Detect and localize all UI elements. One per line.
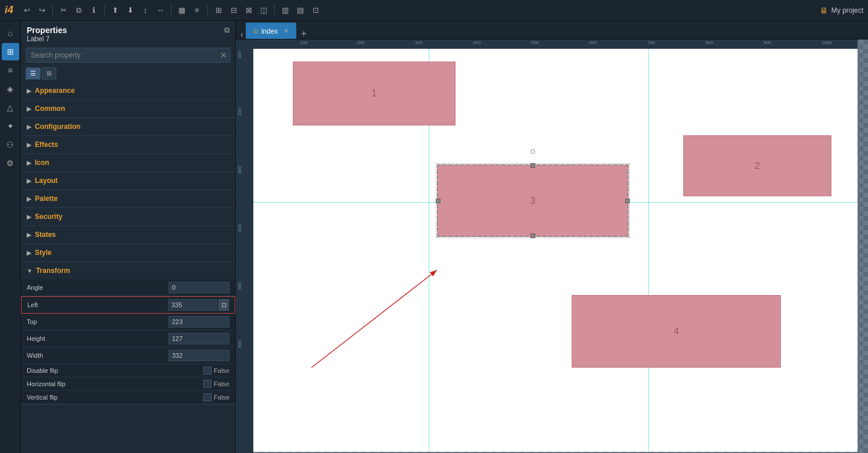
ruler-top-label-800: 800 <box>705 40 713 45</box>
prop-label-disable-flip: Disable flip <box>27 367 203 374</box>
align-mid-button[interactable]: ⬇ <box>124 4 137 17</box>
sidebar-shapes-button[interactable]: △ <box>2 99 19 116</box>
handle-rotate[interactable] <box>530 149 535 154</box>
ruler-top-label-200: 200 <box>357 40 364 45</box>
sidebar-star-button[interactable]: ✦ <box>2 117 19 135</box>
handle-right[interactable] <box>625 199 630 203</box>
sep1 <box>52 5 53 16</box>
prop-input-top[interactable] <box>168 316 229 328</box>
section-common-header[interactable]: ▶ Common <box>21 100 235 117</box>
canvas-white[interactable]: 1 2 3 4 <box>253 45 858 452</box>
states-arrow: ▶ <box>27 232 31 238</box>
align-v-button[interactable]: ↔ <box>154 4 167 17</box>
canvas-shape-4[interactable]: 4 <box>572 295 781 368</box>
ruler-top-label-400: 400 <box>473 40 480 45</box>
prop-label-v-flip: Vertical flip <box>27 394 203 401</box>
section-icon-header[interactable]: ▶ Icon <box>21 154 235 171</box>
line-chart-button[interactable]: ▤ <box>294 4 307 17</box>
prop-row-h-flip: Horizontal flip False <box>21 378 235 391</box>
section-security-header[interactable]: ▶ Security <box>21 208 235 225</box>
sidebar-assets-button[interactable]: ◈ <box>2 80 19 98</box>
tab-index-icon: ⊡ <box>253 28 258 34</box>
search-clear-button[interactable]: ✕ <box>220 51 227 59</box>
section-palette-header[interactable]: ▶ Palette <box>21 190 235 207</box>
sidebar-link-button[interactable]: ⚇ <box>2 136 19 153</box>
toggle-box-disable-flip[interactable] <box>203 366 211 375</box>
prop-label-h-flip: Horizontal flip <box>27 380 203 387</box>
section-configuration-header[interactable]: ▶ Configuration <box>21 118 235 135</box>
cols-button[interactable]: ⊟ <box>227 4 240 17</box>
cell-button[interactable]: ◫ <box>257 4 270 17</box>
copy-button[interactable]: ⧉ <box>72 4 85 17</box>
rows-button[interactable]: ⊠ <box>242 4 255 17</box>
prop-row-width: Width <box>21 347 235 364</box>
canvas-tab-index[interactable]: ⊡ index ✕ <box>246 23 297 39</box>
undo-button[interactable]: ↩ <box>20 4 33 17</box>
section-layout-header[interactable]: ▶ Layout <box>21 172 235 189</box>
canvas-area: ‹ ⊡ index ✕ + 1 <box>236 21 868 453</box>
transform-label: Transform <box>36 267 70 275</box>
sep2 <box>104 5 105 16</box>
sidebar-home-button[interactable]: ⌂ <box>2 24 19 42</box>
handle-left[interactable] <box>436 199 440 203</box>
handle-top[interactable] <box>530 163 535 168</box>
layout-button[interactable]: ≡ <box>191 4 203 17</box>
section-style-header[interactable]: ▶ Style <box>21 244 235 261</box>
align-top-button[interactable]: ⬆ <box>109 4 121 17</box>
section-effects-header[interactable]: ▶ Effects <box>21 136 235 153</box>
prop-label-height: Height <box>27 335 168 342</box>
prop-input-angle[interactable] <box>168 282 229 293</box>
bar-chart-button[interactable]: ▥ <box>279 4 292 17</box>
svg-line-1 <box>311 270 437 368</box>
icon-arrow: ▶ <box>27 160 31 166</box>
search-input[interactable] <box>26 48 231 63</box>
sidebar-layers-button[interactable]: ≡ <box>2 62 19 79</box>
toggle-box-h-flip[interactable] <box>203 380 211 388</box>
info-button[interactable]: ℹ <box>87 4 100 17</box>
cut-button[interactable]: ✂ <box>57 4 70 17</box>
ruler-top-label-500: 500 <box>531 40 539 45</box>
grid-button[interactable]: ▦ <box>175 4 188 17</box>
tab-index-close[interactable]: ✕ <box>284 27 289 35</box>
redo-button[interactable]: ↪ <box>35 4 48 17</box>
canvas-shape-3[interactable]: 3 <box>437 164 629 237</box>
prop-row-v-flip: Vertical flip False <box>21 391 235 404</box>
section-common: ▶ Common <box>21 100 235 118</box>
scatter-button[interactable]: ⊡ <box>309 4 322 17</box>
prop-left-stepper-button[interactable]: ⊡ <box>218 299 229 311</box>
prop-row-height: Height <box>21 330 235 347</box>
prop-toggle-disable-flip[interactable]: False <box>203 366 229 375</box>
prop-toggle-h-flip[interactable]: False <box>203 380 229 388</box>
sep3 <box>171 5 171 16</box>
prop-input-left[interactable] <box>168 299 217 311</box>
table-button[interactable]: ⊞ <box>212 4 225 17</box>
align-h-button[interactable]: ↕ <box>139 4 152 17</box>
canvas-shape-1[interactable]: 1 <box>293 62 455 125</box>
prop-input-height[interactable] <box>168 333 229 344</box>
section-transform-header[interactable]: ▼ Transform <box>21 262 235 279</box>
toggle-box-v-flip[interactable] <box>203 393 211 401</box>
prop-value-width <box>168 350 229 361</box>
tab-add-button[interactable]: + <box>297 28 310 39</box>
view-grid-button[interactable]: ⊞ <box>42 67 56 80</box>
tab-nav-left[interactable]: ‹ <box>238 30 246 39</box>
section-transform: ▼ Transform Angle Left ⊡ <box>21 262 235 405</box>
sidebar-settings-button[interactable]: ⚙ <box>2 154 19 172</box>
section-layout: ▶ Layout <box>21 172 235 190</box>
section-appearance-header[interactable]: ▶ Appearance <box>21 82 235 99</box>
prop-toggle-v-flip[interactable]: False <box>203 393 229 401</box>
handle-bottom[interactable] <box>530 233 535 238</box>
section-states-header[interactable]: ▶ States <box>21 226 235 243</box>
states-label: States <box>35 231 56 239</box>
canvas-shape-2[interactable]: 2 <box>683 135 831 196</box>
prop-input-width[interactable] <box>168 350 229 361</box>
view-list-button[interactable]: ☰ <box>26 67 41 80</box>
canvas-content[interactable]: 1 2 3 4 <box>236 39 868 453</box>
layout-arrow: ▶ <box>27 178 31 184</box>
ruler-left-label-600: 600 <box>237 340 242 348</box>
props-copy-button[interactable]: ⧉ <box>224 26 229 35</box>
effects-label: Effects <box>35 141 58 149</box>
props-label-type: Label 7 <box>27 35 49 43</box>
section-states: ▶ States <box>21 226 235 244</box>
sidebar-components-button[interactable]: ⊞ <box>2 43 19 60</box>
